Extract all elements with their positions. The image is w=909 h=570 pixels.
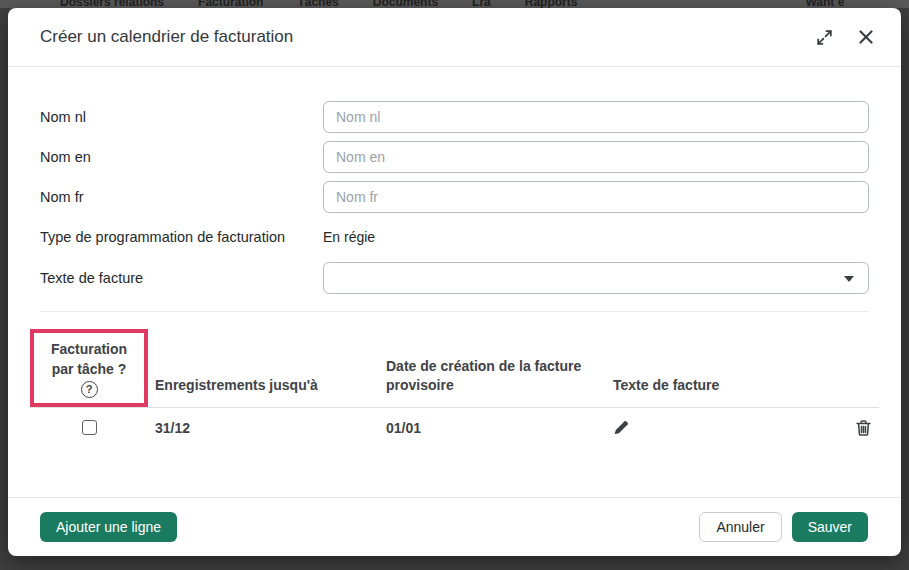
texte-facture-select[interactable]: [323, 262, 869, 294]
bg-tab-dossiers-relations: Dossiers relations: [60, 0, 164, 8]
form-row-nom-nl: Nom nl: [40, 101, 869, 133]
form-row-nom-fr: Nom fr: [40, 181, 869, 213]
facturation-par-tache-checkbox[interactable]: [82, 420, 97, 435]
header-facturation-line1: Facturation: [51, 340, 127, 359]
highlight-box-facturation-par-tache: Facturation par tâche ? ?: [30, 329, 148, 407]
cancel-button[interactable]: Annuler: [699, 512, 781, 542]
label-nom-fr: Nom fr: [40, 189, 323, 205]
input-nom-en[interactable]: [323, 141, 869, 173]
modal-header: Créer un calendrier de facturation: [8, 8, 901, 67]
header-enregistrements-jusqua: Enregistrements jusqu'à: [148, 376, 379, 407]
modal-title: Créer un calendrier de facturation: [40, 27, 813, 47]
cell-enregistrements-jusqua: 31/12: [148, 420, 379, 436]
form-row-type-programmation: Type de programmation de facturation En …: [40, 221, 869, 253]
table-row: 31/12 01/01: [30, 408, 879, 448]
input-nom-nl[interactable]: [323, 101, 869, 133]
background-tabs: Dossiers relations Facturation Tâches Do…: [60, 0, 909, 8]
header-texte-de-facture: Texte de facture: [606, 376, 840, 407]
label-texte-facture: Texte de facture: [40, 270, 323, 286]
chevron-down-icon: [844, 276, 854, 282]
add-row-button[interactable]: Ajouter une ligne: [40, 512, 177, 542]
label-nom-nl: Nom nl: [40, 109, 323, 125]
background-app-strip: Dossiers relations Facturation Tâches Do…: [0, 0, 909, 8]
table-header-row: Facturation par tâche ? ? Enregistrement…: [30, 329, 879, 408]
bg-tab-taches: Tâches: [297, 0, 338, 8]
form-area: Nom nl Nom en Nom fr Type de programmati…: [8, 67, 901, 312]
edit-pencil-icon[interactable]: [613, 420, 629, 436]
expand-icon[interactable]: [813, 26, 835, 48]
section-divider: [40, 311, 869, 312]
bg-tab-documents: Documents: [373, 0, 438, 8]
input-nom-fr[interactable]: [323, 181, 869, 213]
header-date-creation-facture: Date de création de la facture provisoir…: [379, 357, 606, 407]
form-row-texte-facture: Texte de facture: [40, 262, 869, 294]
close-icon[interactable]: [855, 26, 877, 48]
help-icon[interactable]: ?: [81, 381, 98, 398]
form-row-nom-en: Nom en: [40, 141, 869, 173]
value-type-programmation: En régie: [323, 229, 375, 245]
delete-trash-icon[interactable]: [856, 420, 871, 436]
label-type-programmation: Type de programmation de facturation: [40, 229, 323, 245]
modal-footer: Ajouter une ligne Annuler Sauver: [8, 497, 901, 556]
bg-right-partial-text: Want e: [805, 0, 844, 8]
save-button[interactable]: Sauver: [792, 512, 868, 542]
label-nom-en: Nom en: [40, 149, 323, 165]
create-billing-calendar-modal: Créer un calendrier de facturation Nom n…: [8, 8, 901, 556]
billing-schedule-table: Facturation par tâche ? ? Enregistrement…: [30, 329, 879, 497]
bg-tab-rapports: Rapports: [525, 0, 578, 8]
cell-date-creation: 01/01: [379, 420, 606, 436]
bg-tab-lra: Lra: [472, 0, 491, 8]
bg-tab-facturation: Facturation: [198, 0, 263, 8]
header-facturation-line2: par tâche ?: [52, 360, 127, 379]
